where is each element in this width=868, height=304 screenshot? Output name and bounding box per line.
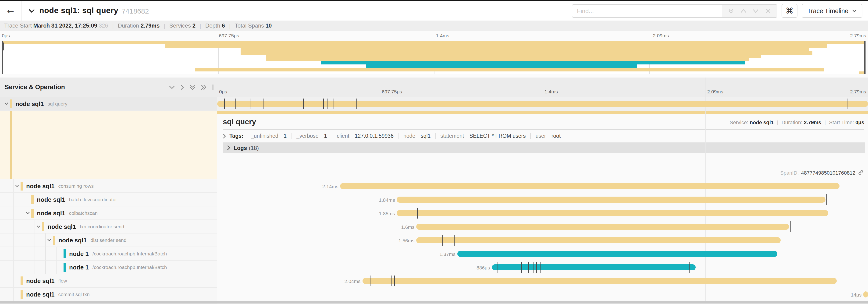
- span-bar[interactable]: [217, 101, 868, 107]
- timeline-minimap: 0μs697.75μs1.4ms2.09ms2.79ms: [0, 31, 868, 77]
- expand-all-icon[interactable]: [201, 84, 207, 90]
- back-button[interactable]: ←: [0, 1, 22, 21]
- deep-link-icon[interactable]: [858, 170, 864, 176]
- column-resizer[interactable]: [212, 85, 214, 90]
- span-tree-row[interactable]: node sql1consuming rows: [0, 179, 217, 193]
- service-color-bar: [31, 195, 34, 204]
- meta-separator: |: [777, 120, 778, 125]
- keyboard-shortcuts-button[interactable]: ⌘: [782, 4, 798, 18]
- logs-row[interactable]: Logs (18): [223, 142, 865, 153]
- span-id-label: SpanID:: [780, 170, 799, 175]
- indent-guide: [3, 288, 13, 301]
- span-collapse-chevron-icon[interactable]: [13, 184, 21, 187]
- operation-name: sql query: [48, 101, 67, 106]
- span-bar[interactable]: [492, 264, 695, 270]
- span-collapse-chevron-icon[interactable]: [24, 211, 31, 214]
- span-bar[interactable]: [457, 251, 778, 257]
- span-bar[interactable]: [397, 210, 828, 216]
- find-clear-icon[interactable]: [765, 7, 772, 14]
- span-collapse-chevron-icon[interactable]: [3, 102, 10, 105]
- span-log-tick: [236, 99, 236, 109]
- span-collapse-chevron-icon[interactable]: [35, 225, 42, 228]
- expand-one-icon[interactable]: [180, 84, 184, 90]
- span-duration-label: 886μs: [476, 265, 492, 270]
- logs-count: (18): [249, 144, 259, 151]
- span-tree-row[interactable]: node sql1txn coordinator send: [0, 220, 217, 234]
- ruler-tick-label: 2.09ms: [707, 89, 723, 94]
- span-bar[interactable]: [340, 183, 839, 189]
- span-tree-row[interactable]: node sql1dist sender send: [0, 234, 217, 247]
- tag-equals: =: [548, 134, 550, 139]
- find-next-icon[interactable]: [752, 7, 760, 14]
- span-bar[interactable]: [863, 292, 868, 298]
- minimap-right-scrubber[interactable]: [864, 41, 865, 74]
- span-tree-row[interactable]: node sql1colbatchscan: [0, 206, 217, 220]
- span-bar[interactable]: [416, 237, 781, 243]
- span-duration-label: 14μs: [851, 292, 864, 298]
- span-bar[interactable]: [416, 224, 789, 230]
- indent-guide: [35, 247, 46, 260]
- tag-value: 127.0.0.1:59936: [355, 133, 394, 139]
- summary-suffix: .326: [97, 23, 108, 29]
- span-log-tick: [334, 99, 334, 109]
- span-duration-label: 1.56ms: [399, 238, 416, 243]
- collapse-trace-chevron-icon[interactable]: [29, 9, 35, 13]
- span-bar[interactable]: [362, 278, 837, 284]
- tag-value: sql1: [421, 133, 431, 139]
- logs-expand-icon[interactable]: [227, 145, 230, 150]
- span-log-tick: [417, 208, 417, 218]
- span-log-tick: [540, 262, 540, 273]
- service-name: node sql1: [48, 223, 76, 230]
- tag-key: statement: [440, 133, 464, 139]
- minimap-canvas[interactable]: [2, 41, 866, 74]
- service-name: node sql1: [26, 277, 55, 284]
- span-tree-row[interactable]: node 1/cockroach.roachpb.Internal/Batch: [0, 261, 217, 274]
- find-input[interactable]: [572, 4, 722, 17]
- chevron-down-icon: [852, 9, 857, 12]
- tag-item: user=root: [531, 133, 565, 139]
- span-log-tick: [790, 221, 791, 232]
- span-tree-row[interactable]: node sql1batch flow coordinator: [0, 193, 217, 206]
- ruler-tick-label: 1.4ms: [545, 89, 558, 94]
- horizontal-scrollbar[interactable]: [0, 301, 868, 304]
- detail-meta-item: Duration: 2.79ms: [782, 120, 821, 125]
- span-tree-row[interactable]: node sql1sql query: [0, 97, 217, 111]
- trace-title-group[interactable]: node sql1: sql query 7418682: [29, 6, 149, 15]
- service-name: node sql1: [37, 209, 65, 216]
- service-color-bar: [42, 222, 44, 231]
- span-tree-row[interactable]: node 1/cockroach.roachpb.Internal/Batch: [0, 247, 217, 261]
- span-collapse-chevron-icon[interactable]: [46, 239, 53, 241]
- tag-value: SELECT * FROM users: [469, 133, 526, 139]
- minimap-span-band: [266, 55, 761, 58]
- find-prev-icon[interactable]: [740, 7, 747, 14]
- header-controls: ⌘ Trace Timeline: [572, 4, 868, 18]
- span-log-tick: [498, 262, 498, 273]
- tags-expand-icon[interactable]: [223, 133, 226, 138]
- service-color-bar: [31, 208, 34, 217]
- span-tree-row[interactable]: node sql1flow: [0, 274, 217, 288]
- collapse-all-icon[interactable]: [190, 84, 195, 90]
- ruler-tick-label: 697.75μs: [382, 89, 402, 94]
- scrubber-grip[interactable]: [2, 42, 4, 50]
- span-tree-row[interactable]: node sql1commit sql txn: [0, 288, 217, 301]
- ruler-tick-label: 0μs: [219, 89, 227, 94]
- summary-separator: |: [164, 23, 165, 29]
- collapse-one-icon[interactable]: [169, 85, 175, 89]
- span-duration-label: 2.14ms: [322, 183, 340, 189]
- minimap-span-band: [266, 58, 750, 61]
- service-name: node 1: [69, 250, 89, 257]
- tag-item: node=sql1: [399, 133, 436, 139]
- minimap-left-scrubber[interactable]: [2, 41, 3, 74]
- span-log-tick: [330, 99, 330, 109]
- view-options-button[interactable]: Trace Timeline: [802, 4, 862, 18]
- operation-name: txn coordinator send: [80, 224, 124, 229]
- service-name: node sql1: [37, 196, 65, 203]
- detail-meta-item: Start Time: 0μs: [829, 120, 864, 125]
- span-bar[interactable]: [397, 197, 826, 203]
- span-log-tick: [375, 99, 375, 109]
- minimap-tick-label: 2.79ms: [850, 33, 866, 38]
- tag-item: _verbose=1: [292, 133, 332, 139]
- span-log-tick: [845, 99, 845, 109]
- span-log-tick: [531, 262, 531, 273]
- find-locate-icon[interactable]: [727, 7, 735, 14]
